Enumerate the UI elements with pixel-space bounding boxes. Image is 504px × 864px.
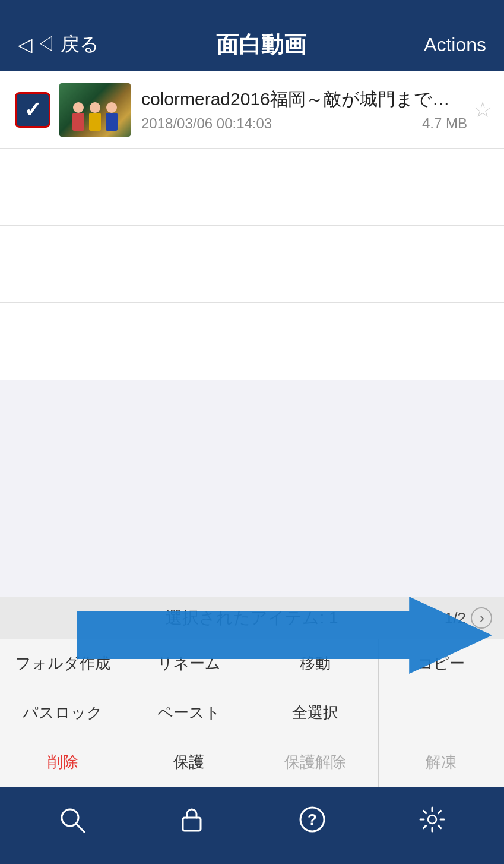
copy-button[interactable]: コピー <box>379 639 505 688</box>
item-date: 2018/03/06 00:14:03 <box>141 115 272 132</box>
move-button[interactable]: 移動 <box>252 639 378 688</box>
search-nav-button[interactable] <box>48 796 96 843</box>
page-title: 面白動画 <box>216 30 306 60</box>
empty-row-1 <box>0 149 504 226</box>
empty-button <box>379 688 505 737</box>
back-label: ◁ 戻る <box>36 31 99 58</box>
item-size: 4.7 MB <box>422 115 467 132</box>
select-all-button[interactable]: 全選択 <box>252 688 378 737</box>
help-nav-button[interactable]: ? <box>289 796 336 843</box>
empty-row-2 <box>0 226 504 303</box>
list-item[interactable]: colormerad2016福岡～敵が城門まで… 2018/03/06 00:1… <box>0 71 504 149</box>
next-page-icon[interactable] <box>471 607 492 629</box>
item-title: colormerad2016福岡～敵が城門まで… <box>141 87 467 111</box>
thumbnail <box>59 83 131 137</box>
file-list: colormerad2016福岡～敵が城門まで… 2018/03/06 00:1… <box>0 71 504 380</box>
extract-button[interactable]: 解凍 <box>379 737 505 787</box>
paslock-button[interactable]: パスロック <box>0 688 126 737</box>
star-icon[interactable]: ☆ <box>473 97 492 122</box>
create-folder-button[interactable]: フォルダ作成 <box>0 639 126 688</box>
header: ◁ ◁ 戻る 面白動画 Actions <box>0 0 504 71</box>
svg-text:?: ? <box>308 811 317 828</box>
page-label: 1/2 <box>445 609 466 627</box>
back-button[interactable]: ◁ ◁ 戻る <box>18 31 99 58</box>
svg-line-2 <box>76 824 84 832</box>
action-grid-row2: パスロック ペースト 全選択 <box>0 688 504 737</box>
protect-button[interactable]: 保護 <box>126 737 252 787</box>
page-indicator[interactable]: 1/2 <box>445 607 492 629</box>
action-bar: 選択されたアイテム: 1 1/2 フォルダ作成 リネーム 移動 コピー パスロッ… <box>0 597 504 787</box>
action-bar-header: 選択されたアイテム: 1 1/2 <box>0 597 504 639</box>
paste-button[interactable]: ペースト <box>126 688 252 737</box>
svg-point-6 <box>428 815 436 824</box>
empty-row-3 <box>0 303 504 380</box>
back-chevron-icon: ◁ <box>18 33 33 56</box>
rename-button[interactable]: リネーム <box>126 639 252 688</box>
actions-button[interactable]: Actions <box>424 34 486 56</box>
action-grid-row1: フォルダ作成 リネーム 移動 コピー <box>0 639 504 688</box>
action-grid-row3: 削除 保護 保護解除 解凍 <box>0 737 504 787</box>
lock-nav-button[interactable] <box>168 796 215 843</box>
item-right: ☆ <box>473 97 492 122</box>
delete-button[interactable]: 削除 <box>0 737 126 787</box>
checkbox-selected[interactable] <box>12 89 53 131</box>
selected-count-label: 選択されたアイテム: 1 <box>166 607 338 629</box>
bottom-nav: ? <box>0 787 504 864</box>
svg-rect-3 <box>183 818 201 831</box>
settings-nav-button[interactable] <box>408 796 456 843</box>
check-icon <box>15 92 50 128</box>
item-info: colormerad2016福岡～敵が城門まで… 2018/03/06 00:1… <box>141 87 467 132</box>
unprotect-button[interactable]: 保護解除 <box>252 737 378 787</box>
